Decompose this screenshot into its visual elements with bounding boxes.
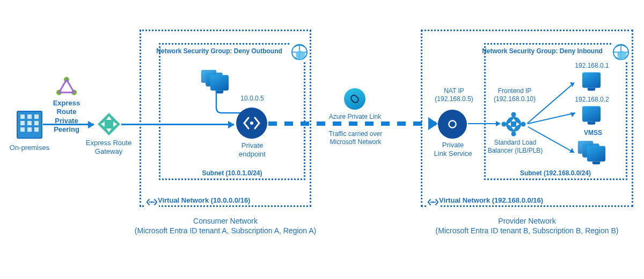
- arrow-lb-to-vmss: [527, 126, 580, 158]
- provider-vnet-label: Virtual Network (192.168.0.0/16): [439, 196, 579, 205]
- svg-rect-1: [20, 115, 25, 119]
- vmss-label: VMSS: [574, 129, 612, 137]
- svg-point-25: [511, 112, 516, 117]
- onpremises-building-icon: [16, 110, 43, 140]
- provider-subnet-label: Subnet (192.168.0.0/24): [486, 169, 625, 177]
- private-endpoint-icon: [236, 108, 267, 139]
- express-peering-label: Express Route Private Peering: [42, 99, 91, 134]
- private-link-service-icon: [438, 110, 467, 139]
- arrow-onprem-to-gateway: [43, 124, 94, 125]
- svg-point-22: [153, 202, 155, 203]
- svg-rect-4: [20, 121, 25, 125]
- consumer-footer: Consumer Network (Microsoft Entra ID ten…: [118, 217, 333, 235]
- svg-point-26: [511, 132, 516, 137]
- pls-label: Private Link Service: [429, 141, 477, 159]
- consumer-vnet-label: Virtual Network (10.0.0.0/16): [158, 196, 276, 205]
- onpremises-label: On-premises: [0, 144, 59, 152]
- pe-label: Private endpoint: [231, 141, 274, 159]
- vmss-stack-icon: [575, 139, 608, 166]
- svg-point-28: [521, 122, 526, 127]
- svg-point-21: [149, 202, 151, 203]
- nat-ip-label: NAT IP (192.168.0.5): [427, 87, 481, 103]
- svg-point-27: [502, 122, 507, 127]
- express-route-peering-icon: [56, 76, 77, 98]
- vm1-ip: 192.168.0.1: [568, 62, 616, 70]
- private-link-caption: Traffic carried over Microsoft Network: [322, 130, 389, 146]
- private-link-name: Azure Private Link: [321, 113, 389, 121]
- provider-nsg-label: Network Security Group: Deny Inbound: [469, 47, 616, 55]
- arrow-pls-to-lb: [468, 123, 500, 124]
- svg-marker-34: [570, 112, 575, 117]
- express-route-gateway-icon: [97, 112, 121, 137]
- svg-rect-6: [34, 121, 39, 125]
- vnet-icon: [145, 195, 159, 211]
- svg-rect-5: [27, 121, 32, 125]
- nsg-shield-icon: [612, 43, 630, 61]
- vm2-icon: [581, 105, 602, 123]
- azure-private-link-icon: [344, 88, 365, 110]
- express-gateway-label: Express Route Gateway: [83, 139, 134, 156]
- nsg-shield-icon: [290, 43, 309, 61]
- vnet-icon: [426, 195, 440, 211]
- svg-point-37: [430, 202, 432, 203]
- consumer-subnet-label: Subnet (10.0.1.0/24): [161, 169, 303, 177]
- provider-footer: Provider Network (Microsoft Entra ID ten…: [420, 217, 634, 235]
- svg-point-20: [151, 201, 153, 203]
- consumer-nsg-label: Network Security Group: Deny Outbound: [145, 47, 293, 55]
- svg-rect-8: [27, 127, 32, 132]
- arrow-gateway-to-pe: [121, 124, 234, 125]
- svg-point-19: [250, 121, 253, 125]
- svg-rect-9: [34, 127, 39, 132]
- vm1-icon: [581, 71, 602, 89]
- arrow-lb-to-vm2: [527, 111, 580, 127]
- arrow-pe-to-pls-dashed: [268, 121, 436, 126]
- svg-point-36: [432, 201, 434, 203]
- svg-rect-7: [20, 127, 25, 132]
- svg-rect-3: [34, 115, 39, 119]
- load-balancer-icon: [501, 112, 526, 137]
- svg-rect-2: [27, 115, 32, 119]
- svg-point-38: [434, 202, 436, 203]
